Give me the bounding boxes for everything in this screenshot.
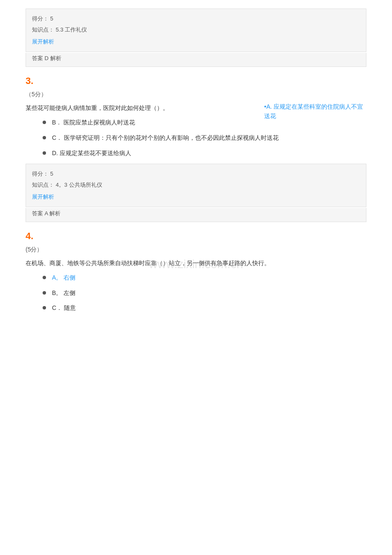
q3-answer-label: 答案 A 解析 — [32, 210, 61, 217]
question-4-number: 4. — [26, 231, 366, 242]
option-a-label: A。 右侧 — [52, 273, 75, 283]
list-item[interactable]: C． 随意 — [43, 303, 366, 313]
q3-answer-row: 答案 A 解析 — [26, 208, 366, 222]
option-c-label: C． 随意 — [52, 303, 76, 313]
bullet-icon — [43, 136, 46, 139]
question-4-body: www.zixin.com.cn 在机场、商厦、地铁等公共场所乘自动扶梯时应靠（… — [26, 258, 366, 269]
q2-knowledge-value: 5.3 工作礼仪 — [56, 26, 87, 33]
q2-meta: 得分： 5 知识点： 5.3 工作礼仪 展开解析 — [26, 9, 366, 52]
q3-score-row: 得分： 5 — [32, 168, 360, 179]
bullet-icon — [43, 151, 46, 155]
question-4-score: (5分） — [26, 246, 366, 254]
q3-meta: 得分： 5 知识点： 4。3 公共场所礼仪 展开解析 — [26, 164, 366, 207]
q2-score-row: 得分： 5 — [32, 13, 360, 24]
question-3-score: （5分） — [26, 91, 366, 98]
bullet-icon — [43, 276, 46, 279]
option-b-label: B． 医院应禁止探视病人时送花 — [52, 118, 135, 128]
q2-expand-link[interactable]: 展开解析 — [32, 38, 54, 45]
q2-score-label: 得分： — [32, 15, 49, 22]
option-b-label: B。 左侧 — [52, 288, 75, 298]
question-3-option-a-inline[interactable]: •A. 应规定在某些科室的住院病人不宜送花 — [264, 102, 366, 121]
bullet-icon — [43, 121, 46, 124]
list-item[interactable]: B． 医院应禁止探视病人时送花 — [43, 118, 256, 128]
question-3-body: •A. 应规定在某些科室的住院病人不宜送花 某些花可能使病人病情加重，医院对此如… — [26, 103, 366, 113]
list-item[interactable]: D. 应规定某些花不要送给病人 — [43, 148, 366, 159]
list-item[interactable]: B。 左侧 — [43, 288, 366, 298]
q2-answer-row: 答案 D 解析 — [26, 53, 366, 67]
q3-expand-link[interactable]: 展开解析 — [32, 194, 54, 200]
q2-knowledge-label: 知识点： — [32, 26, 54, 33]
q3-score-value: 5 — [50, 171, 53, 177]
bullet-icon — [43, 291, 46, 295]
list-item[interactable]: C． 医学研究证明：只有个别的花对个别的人有影响，也不必因此禁止探视病人时送花 — [43, 133, 366, 143]
option-d-label: D. 应规定某些花不要送给病人 — [52, 148, 131, 159]
q3-knowledge-label: 知识点： — [32, 182, 54, 188]
question-4-text: 在机场、商厦、地铁等公共场所乘自动扶梯时应靠（）站立，另一侧供有急事赶路的人快行… — [26, 260, 270, 266]
q3-knowledge-value: 4。3 公共场所礼仪 — [56, 182, 102, 188]
q2-answer-label: 答案 D 解析 — [32, 55, 61, 61]
question-3-block: 3. （5分） •A. 应规定在某些科室的住院病人不宜送花 某些花可能使病人病情… — [26, 75, 366, 222]
question-3-options: B． 医院应禁止探视病人时送花 C． 医学研究证明：只有个别的花对个别的人有影响… — [43, 118, 366, 158]
bullet-icon — [43, 306, 46, 309]
q2-result-block: 得分： 5 知识点： 5.3 工作礼仪 展开解析 答案 D 解析 — [26, 9, 366, 67]
q2-score-value: 5 — [50, 15, 53, 22]
q2-knowledge-row: 知识点： 5.3 工作礼仪 — [32, 24, 360, 35]
q3-knowledge-row: 知识点： 4。3 公共场所礼仪 — [32, 179, 360, 191]
question-4-block: 4. (5分） www.zixin.com.cn 在机场、商厦、地铁等公共场所乘… — [26, 231, 366, 314]
question-3-text: 某些花可能使病人病情加重，医院对此如何处理（）。 — [26, 104, 169, 111]
question-4-options: A。 右侧 B。 左侧 C． 随意 — [43, 273, 366, 313]
q3-score-label: 得分： — [32, 171, 49, 177]
list-item[interactable]: A。 右侧 — [43, 273, 366, 283]
option-c-label: C． 医学研究证明：只有个别的花对个别的人有影响，也不必因此禁止探视病人时送花 — [52, 133, 279, 143]
question-3-number: 3. — [26, 75, 366, 87]
